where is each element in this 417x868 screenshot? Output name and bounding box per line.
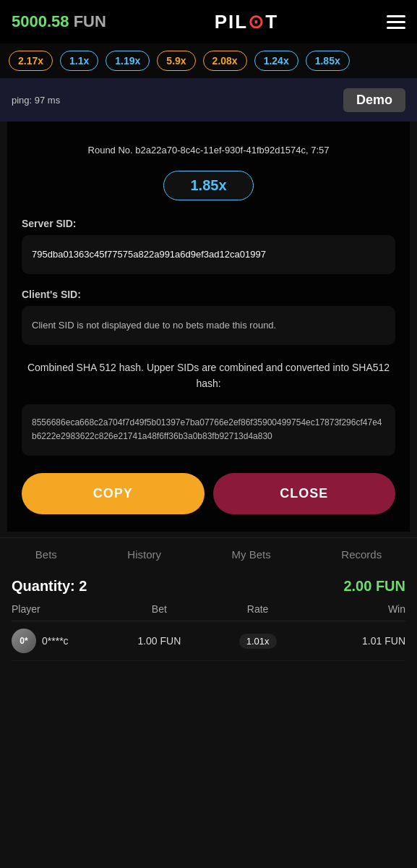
action-buttons: COPY CLOSE <box>22 473 395 514</box>
hamburger-line2 <box>387 21 405 23</box>
multiplier-display: 1.85x <box>22 171 395 218</box>
server-sid-box: 795dba01363c45f77575a822a991a6d9ef3ad12c… <box>22 235 395 274</box>
table-row: 0* 0****c 1.00 FUN 1.01x 1.01 FUN <box>12 621 405 661</box>
tab-bets[interactable]: Bets <box>35 548 57 561</box>
logo-text: PIL⊙T <box>215 11 278 33</box>
win-cell: 1.01 FUN <box>307 635 405 647</box>
balance-currency: FUN <box>74 12 106 30</box>
quantity-row: Quantity: 2 2.00 FUN <box>12 578 405 595</box>
tab-my-bets[interactable]: My Bets <box>232 548 271 561</box>
server-sid-value: 795dba01363c45f77575a822a991a6d9ef3ad12c… <box>32 249 266 260</box>
tab-history[interactable]: History <box>127 548 161 561</box>
client-sid-value: Client SID is not displayed due to no be… <box>32 320 276 331</box>
table-section: Quantity: 2 2.00 FUN Player Bet Rate Win… <box>0 568 417 661</box>
hamburger-line1 <box>387 15 405 17</box>
header: 5000.58 FUN PIL⊙T <box>0 0 417 43</box>
close-button[interactable]: CLOSE <box>213 473 396 514</box>
balance-display: 5000.58 FUN <box>12 12 106 31</box>
sha-description: Combined SHA 512 hash. Upper SIDs are co… <box>22 359 395 392</box>
hamburger-line3 <box>387 27 405 29</box>
table-header: Player Bet Rate Win <box>12 603 405 621</box>
quantity-label: Quantity: 2 <box>12 578 87 595</box>
col-bet: Bet <box>110 603 208 615</box>
balance-amount: 5000.58 <box>12 12 69 30</box>
avatar: 0* <box>12 629 36 653</box>
mult-badge[interactable]: 2.17x <box>9 51 53 71</box>
col-rate: Rate <box>209 603 307 615</box>
rate-badge: 1.01x <box>239 634 277 649</box>
tab-records[interactable]: Records <box>341 548 382 561</box>
rate-cell: 1.01x <box>209 635 307 647</box>
demo-badge: Demo <box>343 88 405 112</box>
fun-label: 2.00 FUN <box>343 578 405 595</box>
mult-badge[interactable]: 1.85x <box>306 51 350 71</box>
col-player: Player <box>12 603 110 615</box>
client-sid-label: Client's SID: <box>22 289 395 300</box>
player-cell: 0* 0****c <box>12 629 110 653</box>
ping-display: ping: 97 ms <box>12 95 60 106</box>
mult-badge[interactable]: 5.9x <box>157 51 195 71</box>
round-label: Round No. b2a22a70-8c4c-11ef-930f-41fb92… <box>88 145 330 156</box>
logo: PIL⊙T <box>215 11 278 33</box>
client-sid-box: Client SID is not displayed due to no be… <box>22 306 395 345</box>
bottom-tabs: Bets History My Bets Records <box>0 537 417 568</box>
multiplier-value: 1.85x <box>163 171 253 200</box>
hamburger-button[interactable] <box>387 15 405 29</box>
player-name: 0****c <box>42 635 69 647</box>
mult-badge[interactable]: 2.08x <box>203 51 247 71</box>
round-info: Round No. b2a22a70-8c4c-11ef-930f-41fb92… <box>22 143 395 158</box>
modal-overlay: Round No. b2a22a70-8c4c-11ef-930f-41fb92… <box>7 122 410 532</box>
server-sid-label: Server SID: <box>22 218 395 229</box>
sha-hash-box: 8556686eca668c2a704f7d49f5b01397e7ba0776… <box>22 404 395 455</box>
mult-badge[interactable]: 1.19x <box>106 51 150 71</box>
game-header: ping: 97 ms Demo <box>0 78 417 122</box>
mult-badge[interactable]: 1.24x <box>254 51 298 71</box>
sha-hash-value: 8556686eca668c2a704f7d49f5b01397e7ba0776… <box>32 417 382 441</box>
col-win: Win <box>307 603 405 615</box>
bet-cell: 1.00 FUN <box>110 635 208 647</box>
mult-badge[interactable]: 1.1x <box>60 51 98 71</box>
multiplier-bar: 2.17x 1.1x 1.19x 5.9x 2.08x 1.24x 1.85x <box>0 43 417 78</box>
copy-button[interactable]: COPY <box>22 473 205 514</box>
